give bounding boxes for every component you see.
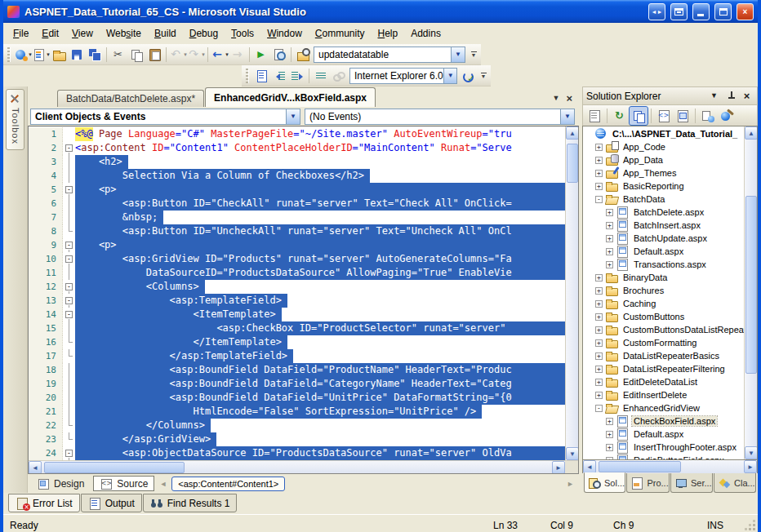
maximize-button[interactable] [714,3,732,20]
tree-expand-toggle[interactable]: + [595,379,603,386]
close-panel-icon[interactable]: × [740,90,754,103]
tag-navigator[interactable]: <asp:Content#Content1> [171,477,285,491]
code-line[interactable]: 11 DataSourceID="ProductsDataSource" All… [29,266,565,280]
fold-collapse-box[interactable]: - [65,311,73,318]
tree-item[interactable]: +CustomButtonsDataListRepeat [583,323,744,336]
fold-margin[interactable]: - [63,183,75,197]
fold-margin[interactable]: - [63,238,75,252]
find-combobox[interactable]: updatedatatable ▼ [314,47,465,63]
menu-edit[interactable]: Edit [35,25,65,42]
code-line[interactable]: 16 </ItemTemplate> [29,335,565,349]
tree-item[interactable]: +Default.aspx [583,428,744,441]
scroll-down-button[interactable]: ▼ [745,446,758,459]
objects-combobox[interactable]: Client Objects & Events ▼ [30,109,300,125]
scroll-thumb[interactable] [567,144,578,183]
tree-item[interactable]: +BinaryData [583,271,744,284]
source-view-button[interactable]: Source [93,476,154,491]
tree-item[interactable]: +EditDeleteDataList [583,375,744,388]
tree-expand-toggle[interactable]: + [595,287,603,295]
tree-item[interactable]: +CheckBoxField.aspx [583,415,744,428]
tree-item[interactable]: +App_Code [583,140,744,153]
paste-button[interactable] [145,46,163,64]
code-line[interactable]: 19 <asp:BoundField DataField="CategoryNa… [29,377,565,391]
scroll-right-button[interactable]: ► [744,460,757,473]
fold-margin[interactable] [63,169,75,183]
view-in-browser-button[interactable] [270,46,288,64]
editor-vertical-scrollbar[interactable]: ▲ ▼ [565,126,578,460]
menu-help[interactable]: Help [372,25,405,42]
tree-item[interactable]: +App_Data [583,153,744,166]
toolbox-tab[interactable]: Toolbox [6,89,24,150]
code-line[interactable]: 12- <Columns> [29,280,565,294]
tab-list-dropdown-icon[interactable]: ▼ [552,95,559,102]
combo-dropdown-icon[interactable]: ▼ [286,109,300,124]
document-tab[interactable]: EnhancedGridV...kBoxField.aspx [205,87,376,107]
fold-margin[interactable]: - [63,141,75,155]
scroll-up-button[interactable]: ▲ [566,126,578,140]
events-combobox[interactable]: (No Events) ▼ [305,109,575,125]
tree-item[interactable]: +CustomButtons [583,310,744,323]
tree-expand-toggle[interactable]: + [606,431,613,438]
editor-horizontal-scrollbar[interactable]: ◄ ► [29,460,578,473]
tree-expand-toggle[interactable]: + [595,339,603,347]
tree-expand-toggle[interactable]: + [606,457,613,460]
toolbar-grip[interactable] [7,47,11,62]
code-line[interactable]: 21 HtmlEncode="False" SortExpression="Un… [29,405,565,419]
fold-margin[interactable] [63,127,75,141]
fold-collapse-box[interactable]: - [65,255,73,263]
code-editor[interactable]: 1<%@ Page Language="C#" MasterPageFile="… [29,126,565,460]
fold-margin[interactable] [63,391,75,405]
code-line[interactable]: 9- <p> [29,238,565,252]
close-document-icon[interactable]: × [566,95,572,102]
tree-item[interactable]: +BatchInsert.aspx [583,219,744,232]
bottom-tab-output[interactable]: Output [81,494,142,512]
tree-expand-toggle[interactable]: + [606,235,613,242]
fold-collapse-box[interactable]: - [65,144,73,152]
scroll-left-button[interactable]: ◄ [583,460,596,473]
undo-button[interactable]: ▾ [169,46,187,64]
refresh-button[interactable] [611,107,629,125]
panel-tab-class-view[interactable]: Cla... [714,473,756,493]
tree-item[interactable]: +RadioButtonField.aspx [583,454,744,459]
combo-dropdown-icon[interactable]: ▼ [451,47,465,62]
tag-nav-back-icon[interactable]: ◄ [158,480,168,488]
tree-item[interactable]: +DataListRepeaterFiltering [583,362,744,375]
start-debug-button[interactable] [252,46,270,64]
new-website-button[interactable]: ▾ [14,46,32,64]
menu-tools[interactable]: Tools [225,25,260,42]
scroll-thumb[interactable] [599,461,681,472]
fold-margin[interactable] [63,363,75,377]
panel-tab-properties-tab[interactable]: Pro... [626,473,670,493]
fold-margin[interactable] [63,432,75,446]
close-button[interactable]: × [737,3,754,20]
scroll-up-button[interactable]: ▲ [745,126,758,140]
scroll-track[interactable] [42,461,552,473]
code-line[interactable]: 22 </Columns> [29,419,565,432]
navigate-forward-button[interactable] [229,46,247,64]
copy-website-button[interactable] [699,107,717,125]
scroll-left-button[interactable]: ◄ [29,461,42,474]
scroll-thumb[interactable] [44,462,185,473]
copy-button[interactable] [127,46,145,64]
toolbar-grip[interactable] [246,69,249,83]
open-file-button[interactable] [50,46,68,64]
tree-vertical-scrollbar[interactable]: ▲ ▼ [744,126,757,459]
fold-margin[interactable] [63,321,75,335]
fold-collapse-box[interactable]: - [65,283,73,290]
menu-addins[interactable]: Addins [404,25,447,42]
menu-view[interactable]: View [65,25,100,42]
code-line[interactable]: 14- <ItemTemplate> [29,308,565,321]
save-button[interactable] [68,46,86,64]
tree-item[interactable]: +Transactions.aspx [583,258,744,271]
fold-margin[interactable] [63,211,75,224]
window-menu-icon[interactable]: ▼ [707,90,721,103]
scroll-thumb[interactable] [745,196,757,374]
bottom-tab-error-list[interactable]: Error List [8,494,80,512]
show-format-marks-button[interactable] [252,67,270,85]
display-lines-button[interactable] [312,67,330,85]
aspnet-configuration-button[interactable] [718,107,736,125]
combo-dropdown-icon[interactable]: ▼ [443,69,457,83]
design-view-button[interactable]: Design [31,476,90,491]
fold-margin[interactable] [63,405,75,419]
tree-expand-toggle[interactable]: + [595,300,603,308]
